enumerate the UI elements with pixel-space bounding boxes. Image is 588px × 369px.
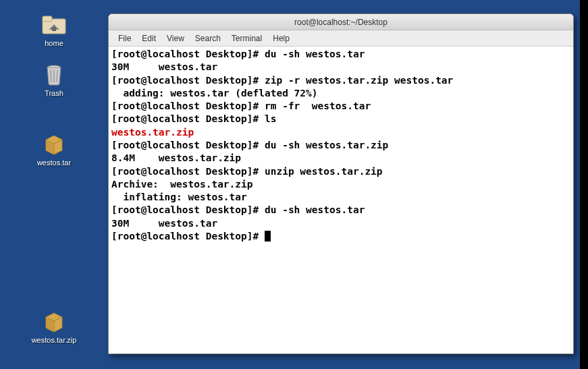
desktop-icon-trash[interactable]: Trash: [27, 62, 81, 97]
terminal-line: [root@localhost Desktop]# rm -fr westos.…: [111, 100, 570, 113]
svg-rect-2: [52, 27, 56, 31]
screen-edge: [580, 0, 588, 369]
desktop: homeTrashwestos.tarwestos.tar.zip root@l…: [0, 0, 588, 369]
terminal-body[interactable]: [root@localhost Desktop]# du -sh westos.…: [109, 47, 573, 353]
terminal-line: [root@localhost Desktop]# du -sh westos.…: [111, 204, 570, 217]
menu-terminal[interactable]: Terminal: [226, 32, 267, 45]
desktop-icon-label: westos.tar: [27, 159, 81, 167]
desktop-icon-home[interactable]: home: [27, 12, 81, 47]
desktop-icon-label: westos.tar.zip: [27, 336, 81, 344]
terminal-line: adding: westos.tar (deflated 72%): [111, 87, 570, 100]
desktop-icon-label: Trash: [27, 89, 81, 97]
terminal-line: westos.tar.zip: [111, 126, 570, 139]
terminal-line: [root@localhost Desktop]#: [111, 230, 570, 243]
terminal-line: [root@localhost Desktop]# du -sh westos.…: [111, 48, 570, 61]
terminal-titlebar[interactable]: root@localhost:~/Desktop: [109, 14, 573, 30]
trash-icon: [41, 62, 68, 86]
desktop-icon-westos-tar[interactable]: westos.tar: [27, 132, 81, 167]
terminal-menubar: FileEditViewSearchTerminalHelp: [109, 30, 573, 47]
menu-search[interactable]: Search: [190, 32, 226, 45]
terminal-line: 8.4M westos.tar.zip: [111, 152, 570, 165]
terminal-window: root@localhost:~/Desktop FileEditViewSea…: [108, 13, 574, 354]
menu-view[interactable]: View: [161, 32, 190, 45]
package-icon: [41, 309, 68, 333]
terminal-line: [root@localhost Desktop]# du -sh westos.…: [111, 139, 570, 152]
terminal-line: [root@localhost Desktop]# ls: [111, 113, 570, 125]
terminal-line: 30M westos.tar: [111, 217, 570, 230]
terminal-line: [root@localhost Desktop]# zip -r westos.…: [111, 74, 570, 87]
terminal-line: inflating: westos.tar: [111, 191, 570, 204]
terminal-title: root@localhost:~/Desktop: [294, 18, 387, 27]
menu-help[interactable]: Help: [267, 32, 295, 45]
package-icon: [41, 132, 68, 156]
terminal-line: [root@localhost Desktop]# unzip westos.t…: [111, 165, 570, 178]
desktop-icon-westos-tar-zip[interactable]: westos.tar.zip: [27, 309, 81, 344]
terminal-line: Archive: westos.tar.zip: [111, 178, 570, 191]
desktop-icon-label: home: [27, 39, 81, 47]
svg-rect-1: [43, 16, 52, 22]
terminal-cursor: [265, 231, 271, 242]
folder-home-icon: [41, 12, 68, 36]
terminal-line: 30M westos.tar: [111, 61, 570, 74]
menu-file[interactable]: File: [113, 32, 136, 45]
menu-edit[interactable]: Edit: [136, 32, 161, 45]
